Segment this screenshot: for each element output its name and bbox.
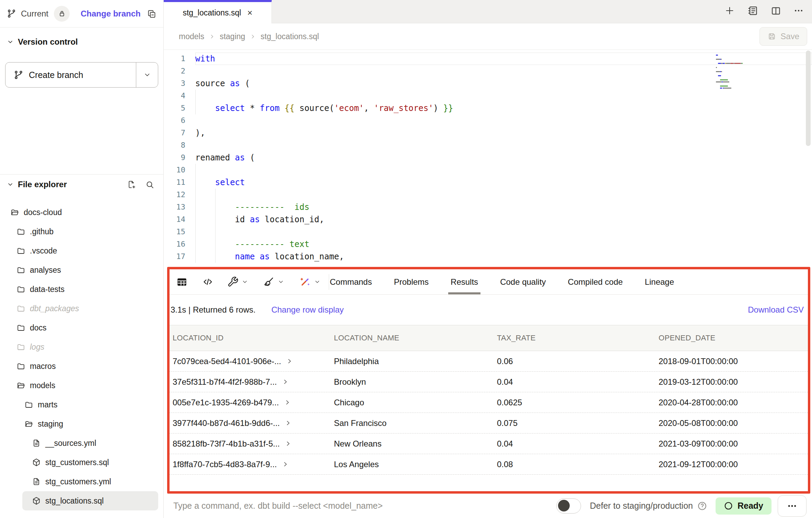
file-item-stg_customers.sql[interactable]: stg_customers.sql xyxy=(0,453,163,472)
table-row[interactable]: 7c079cea-5ed4-4101-906e-...Philadelphia0… xyxy=(170,351,808,372)
expand-cell-icon[interactable] xyxy=(285,419,292,427)
breadcrumb-file[interactable]: stg_locations.sql xyxy=(260,32,319,41)
change-branch-link[interactable]: Change branch xyxy=(81,9,141,19)
format-broom-button[interactable] xyxy=(260,272,288,292)
table-row[interactable]: 3977f440-b87d-461b-9dd6-...San Francisco… xyxy=(170,413,808,433)
expand-cell-icon[interactable] xyxy=(286,358,293,365)
file-item-.github[interactable]: .github xyxy=(0,222,163,241)
file-item-.vscode[interactable]: .vscode xyxy=(0,241,163,260)
ai-magic-wand-button[interactable] xyxy=(296,272,324,292)
table-row[interactable]: 005e7e1c-1935-4269-b479...Chicago0.06252… xyxy=(170,392,808,413)
create-branch-button[interactable]: Create branch xyxy=(5,62,158,88)
code-line-11[interactable]: 11 select xyxy=(164,176,812,189)
more-options-icon[interactable] xyxy=(793,5,804,16)
chevron-down-icon[interactable] xyxy=(314,279,321,285)
status-badge[interactable]: Ready xyxy=(716,497,772,515)
line-number: 6 xyxy=(164,114,185,127)
code-line-9[interactable]: 9renamed as ( xyxy=(164,151,812,164)
panel-tab-compiled-code[interactable]: Compiled code xyxy=(568,269,623,294)
editor-scrollbar[interactable] xyxy=(806,50,811,146)
file-item-logs[interactable]: logs xyxy=(0,337,163,357)
code-line-3[interactable]: 3source as ( xyxy=(164,77,812,90)
line-number: 9 xyxy=(164,151,185,164)
file-item-stg_locations.sql[interactable]: stg_locations.sql xyxy=(22,491,158,510)
file-item-data-tests[interactable]: data-tests xyxy=(0,280,163,299)
search-icon[interactable] xyxy=(145,180,154,189)
file-explorer-header[interactable]: File explorer xyxy=(0,177,163,192)
changelog-icon[interactable] xyxy=(747,5,758,16)
indent-guide xyxy=(215,238,216,250)
file-item-docs[interactable]: docs xyxy=(0,318,163,337)
build-wrench-button[interactable] xyxy=(224,272,252,292)
command-bar-more-button[interactable] xyxy=(778,495,807,517)
code-line-1[interactable]: 1with xyxy=(164,53,812,65)
new-tab-plus-icon[interactable] xyxy=(724,5,735,16)
file-item-marts[interactable]: marts xyxy=(0,395,163,414)
code-line-4[interactable]: 4 xyxy=(164,90,812,102)
table-row[interactable]: 1f8ffa70-7cb5-4d83-8a7f-9...Los Angeles0… xyxy=(170,454,808,475)
panel-tab-problems[interactable]: Problems xyxy=(394,269,429,294)
expand-cell-icon[interactable] xyxy=(282,378,289,385)
copy-branch-icon[interactable] xyxy=(147,9,156,19)
code-line-17[interactable]: 17 name as location_name, xyxy=(164,250,812,263)
code-line-6[interactable]: 6 xyxy=(164,114,812,127)
line-number: 13 xyxy=(164,201,185,213)
split-pane-icon[interactable] xyxy=(770,5,781,16)
chevron-down-icon[interactable] xyxy=(242,279,248,285)
code-line-8[interactable]: 8 xyxy=(164,139,812,151)
column-header-location_name: LOCATION_NAME xyxy=(334,334,497,342)
indent-guide xyxy=(215,213,216,226)
file-item-stg_customers.yml[interactable]: stg_customers.yml xyxy=(0,472,163,491)
indent-guide xyxy=(195,238,196,250)
compile-code-button[interactable] xyxy=(199,272,217,292)
code-line-10[interactable]: 10 xyxy=(164,164,812,176)
code-line-14[interactable]: 14 id as location_id, xyxy=(164,213,812,226)
code-line-2[interactable]: 2 xyxy=(164,65,812,77)
help-question-icon[interactable] xyxy=(697,501,707,511)
file-item-staging[interactable]: staging xyxy=(0,414,163,433)
defer-toggle[interactable] xyxy=(556,498,581,514)
expand-cell-icon[interactable] xyxy=(282,461,289,468)
code-line-7[interactable]: 7), xyxy=(164,127,812,139)
indent-guide xyxy=(195,226,196,238)
change-row-display-link[interactable]: Change row display xyxy=(271,305,344,315)
new-file-icon[interactable] xyxy=(127,180,136,189)
file-item-macros[interactable]: macros xyxy=(0,357,163,376)
table-row[interactable]: 858218fb-73f7-4b1b-a31f-5...New Orleans0… xyxy=(170,433,808,454)
cell-location-id: 7c079cea-5ed4-4101-906e-... xyxy=(173,357,334,366)
panel-tab-code-quality[interactable]: Code quality xyxy=(500,269,546,294)
panel-tab-commands[interactable]: Commands xyxy=(330,269,372,294)
close-tab-icon[interactable]: × xyxy=(247,8,252,17)
command-input[interactable] xyxy=(173,501,556,511)
create-branch-main[interactable]: Create branch xyxy=(5,63,136,87)
expand-cell-icon[interactable] xyxy=(284,399,291,406)
file-item-__sources.yml[interactable]: __sources.yml xyxy=(0,433,163,453)
breadcrumb-staging[interactable]: staging xyxy=(220,32,245,41)
preview-table-button[interactable] xyxy=(173,272,191,292)
code-line-13[interactable]: 13 ---------- ids xyxy=(164,201,812,213)
file-item-docs-cloud[interactable]: docs-cloud xyxy=(0,203,163,222)
minimap[interactable] xyxy=(716,55,771,90)
create-branch-caret[interactable] xyxy=(136,63,158,87)
tab-stg-locations-sql[interactable]: stg_locations.sql × xyxy=(164,0,272,23)
download-csv-link[interactable]: Download CSV xyxy=(748,305,804,315)
save-button[interactable]: Save xyxy=(759,27,807,46)
code-line-5[interactable]: 5 select * from {{ source('ecom', 'raw_s… xyxy=(164,102,812,114)
file-item-analyses[interactable]: analyses xyxy=(0,260,163,280)
command-bar: Defer to staging/production Ready xyxy=(164,494,812,518)
code-editor[interactable]: 1with23source as (45 select * from {{ so… xyxy=(164,50,812,267)
code-line-15[interactable]: 15 xyxy=(164,226,812,238)
indent-guide xyxy=(195,102,196,114)
expand-cell-icon[interactable] xyxy=(285,440,292,447)
version-control-header[interactable]: Version control xyxy=(0,34,163,49)
code-line-16[interactable]: 16 ---------- text xyxy=(164,238,812,250)
file-item-label: dbt_packages xyxy=(30,304,79,313)
breadcrumb-models[interactable]: models xyxy=(179,32,204,41)
file-item-dbt_packages[interactable]: dbt_packages xyxy=(0,299,163,318)
table-row[interactable]: 37e5f311-b7f4-4f2f-988b-7...Brooklyn0.04… xyxy=(170,372,808,392)
panel-tab-results[interactable]: Results xyxy=(451,269,478,294)
chevron-down-icon[interactable] xyxy=(278,279,284,285)
code-line-12[interactable]: 12 xyxy=(164,189,812,201)
panel-tab-lineage[interactable]: Lineage xyxy=(645,269,674,294)
file-item-models[interactable]: models xyxy=(0,376,163,395)
